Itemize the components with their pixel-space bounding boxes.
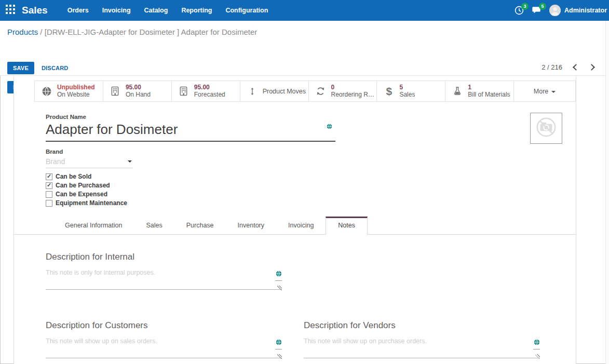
- customer-notes-textarea[interactable]: [46, 336, 282, 358]
- pager-count: 2 / 216: [542, 63, 562, 71]
- textarea-resize-handle[interactable]: [277, 354, 282, 359]
- checkbox-can-be-purchased[interactable]: Can be Purchased: [46, 182, 576, 189]
- caret-down-icon: [128, 160, 132, 163]
- message-count-badge: 5: [539, 3, 546, 10]
- control-panel: Products / [DRW-ELL-JIG-Adapter for Dosi…: [0, 21, 605, 76]
- refresh-icon: [316, 86, 326, 97]
- stat-on-hand[interactable]: 95.00 On Hand: [103, 81, 172, 101]
- building-icon: [179, 86, 189, 97]
- user-menu[interactable]: Administrator: [549, 5, 607, 16]
- translate-globe-icon[interactable]: [327, 122, 332, 128]
- brand-select[interactable]: Brand: [46, 156, 133, 168]
- notebook-tabs: General Information Sales Purchase Inven…: [14, 217, 576, 235]
- checkbox-icon: [46, 200, 52, 207]
- brand-label: Brand: [46, 149, 133, 155]
- stat-bill-of-materials[interactable]: 1 Bill of Materials: [445, 81, 514, 101]
- translate-globe-icon[interactable]: [275, 338, 282, 349]
- messages-button[interactable]: 5: [532, 5, 542, 16]
- stat-forecasted[interactable]: 95.00 Forecasted: [172, 81, 240, 101]
- camera-off-icon: [533, 114, 559, 142]
- discard-button[interactable]: DISCARD: [42, 65, 69, 71]
- translate-globe-icon[interactable]: [533, 338, 540, 349]
- qty-forecasted: 95.00: [194, 84, 225, 91]
- navbar-systray: 3 5 Administrator: [514, 0, 607, 21]
- menu-reporting[interactable]: Reporting: [181, 7, 212, 14]
- activity-count-badge: 3: [521, 3, 529, 10]
- checkbox-can-be-expensed[interactable]: Can be Expensed: [46, 191, 576, 198]
- checkbox-icon: [46, 173, 52, 180]
- vertical-scrollbar[interactable]: [605, 21, 609, 364]
- breadcrumb-separator: /: [38, 28, 45, 36]
- apps-menu-button[interactable]: [0, 0, 21, 21]
- reordering-count: 0: [331, 84, 377, 91]
- checkbox-icon: [46, 191, 52, 198]
- main-menu: Orders Invoicing Catalog Reporting Confi…: [67, 7, 268, 14]
- tab-inventory[interactable]: Inventory: [226, 217, 276, 234]
- vendor-notes-title: Description for Vendors: [304, 320, 540, 331]
- flask-icon: [452, 86, 463, 97]
- stat-button-box: Unpublished On Website: [34, 80, 576, 102]
- textarea-resize-handle[interactable]: [535, 354, 540, 359]
- checkbox-can-be-sold[interactable]: Can be Sold: [46, 173, 576, 180]
- record-pager: 2 / 216: [542, 63, 594, 71]
- menu-configuration[interactable]: Configuration: [225, 7, 268, 14]
- apps-grid-icon: [6, 5, 15, 16]
- checkbox-icon: [46, 182, 52, 189]
- tab-general-information[interactable]: General Information: [53, 217, 134, 234]
- dollar-icon: $: [384, 86, 394, 97]
- tab-notes[interactable]: Notes: [326, 217, 368, 235]
- notes-tab-content: Description for Internal Description for…: [14, 235, 576, 360]
- caret-down-icon: [551, 91, 556, 93]
- activities-button[interactable]: 3: [514, 5, 524, 16]
- odoo-window: Sales Orders Invoicing Catalog Reporting…: [0, 0, 609, 364]
- breadcrumb-current: [DRW-ELL-JIG-Adapter for Dosimeter ] Ada…: [45, 28, 258, 36]
- product-image-upload[interactable]: [530, 113, 562, 144]
- building-icon: [110, 86, 120, 97]
- save-button[interactable]: SAVE: [7, 62, 34, 74]
- brand-placeholder: Brand: [46, 157, 65, 166]
- arrows-vertical-icon: [247, 86, 258, 97]
- product-name-label: Product Name: [46, 114, 335, 120]
- translate-globe-icon[interactable]: [275, 269, 282, 281]
- avatar: [549, 5, 561, 16]
- product-flags: Can be Sold Can be Purchased Can be Expe…: [46, 173, 576, 207]
- globe-icon: [42, 86, 52, 97]
- website-status: Unpublished: [57, 84, 95, 91]
- stat-on-website[interactable]: Unpublished On Website: [35, 81, 103, 101]
- bom-count: 1: [468, 84, 510, 91]
- user-name: Administrator: [564, 7, 607, 14]
- pager-next-icon[interactable]: [588, 64, 595, 71]
- stat-sales[interactable]: $ 5 Sales: [377, 81, 445, 101]
- product-name-value: Adapter for Dosimeter: [46, 122, 335, 138]
- checkbox-equipment-maintenance[interactable]: Equipment Maintenance: [46, 199, 576, 207]
- app-name[interactable]: Sales: [22, 5, 48, 16]
- customer-notes-title: Description for Customers: [46, 320, 282, 331]
- textarea-resize-handle[interactable]: [277, 286, 282, 290]
- internal-notes-textarea[interactable]: [46, 268, 282, 290]
- breadcrumb-products-link[interactable]: Products: [7, 28, 38, 36]
- top-navbar: Sales Orders Invoicing Catalog Reporting…: [0, 0, 609, 21]
- breadcrumb: Products / [DRW-ELL-JIG-Adapter for Dosi…: [7, 28, 257, 36]
- pager-previous-icon[interactable]: [573, 64, 579, 71]
- tab-invoicing[interactable]: Invoicing: [276, 217, 326, 234]
- product-name-input[interactable]: Adapter for Dosimeter: [46, 121, 335, 142]
- vendor-notes-textarea[interactable]: [304, 336, 540, 358]
- tab-purchase[interactable]: Purchase: [174, 217, 226, 234]
- stat-reordering-rules[interactable]: 0 Reordering Ru…: [309, 81, 377, 101]
- more-dropdown-button[interactable]: More: [514, 81, 575, 101]
- menu-orders[interactable]: Orders: [67, 7, 89, 14]
- internal-notes-title: Description for Internal: [46, 252, 282, 262]
- menu-invoicing[interactable]: Invoicing: [102, 7, 131, 14]
- tab-sales[interactable]: Sales: [134, 217, 174, 234]
- stat-product-moves[interactable]: Product Moves: [240, 81, 309, 101]
- clock-icon: [514, 8, 524, 17]
- qty-on-hand: 95.00: [126, 84, 151, 91]
- product-form-sheet: Unpublished On Website: [13, 76, 576, 364]
- sales-count: 5: [399, 84, 415, 91]
- menu-catalog[interactable]: Catalog: [144, 7, 168, 14]
